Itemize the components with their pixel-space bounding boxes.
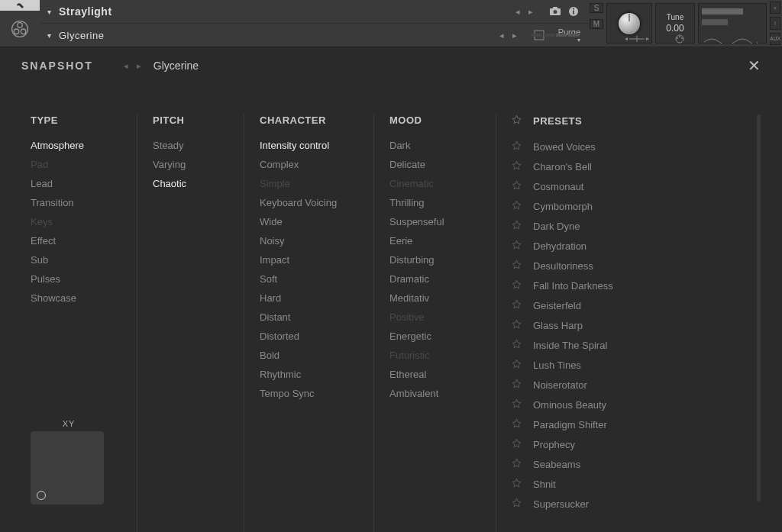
xy-pad[interactable] (31, 431, 104, 505)
preset-row[interactable]: Bowed Voices (512, 140, 711, 153)
character-item[interactable]: Complex (260, 159, 351, 170)
preset-row[interactable]: Cymbomorph (512, 200, 711, 212)
preset-row[interactable]: Lush Tines (512, 359, 711, 371)
mood-item[interactable]: Futuristic (389, 350, 473, 361)
midi-icon[interactable] (660, 34, 700, 44)
character-item[interactable]: Tempo Sync (260, 388, 351, 399)
type-item[interactable]: Lead (31, 178, 114, 189)
alert-button[interactable]: ! (770, 17, 780, 29)
star-icon[interactable] (512, 418, 533, 430)
character-item[interactable]: Bold (260, 350, 351, 361)
mood-item[interactable]: Dark (389, 140, 473, 151)
star-icon[interactable] (512, 240, 533, 252)
character-item[interactable]: Distorted (260, 330, 351, 342)
mood-item[interactable]: Meditativ (389, 292, 473, 304)
character-item[interactable]: Impact (260, 254, 351, 266)
snapshot-nav-arrows[interactable]: ◂ ▸ (124, 61, 144, 71)
wrench-icon[interactable] (0, 0, 40, 11)
preset-row[interactable]: Cosmonaut (512, 180, 711, 192)
type-item[interactable]: Pulses (31, 273, 114, 285)
preset-row[interactable]: Seabeams (512, 458, 711, 470)
character-item[interactable]: Keyboard Voicing (260, 197, 351, 208)
mood-item[interactable]: Positive (389, 311, 473, 323)
star-icon[interactable] (512, 398, 533, 411)
star-icon[interactable] (512, 180, 533, 192)
star-icon[interactable] (512, 458, 533, 470)
star-icon[interactable] (512, 299, 533, 311)
star-icon[interactable] (512, 160, 533, 172)
star-icon[interactable] (512, 260, 533, 272)
mood-item[interactable]: Dramatic (389, 273, 473, 285)
nav-arrows[interactable]: ◂ ▸ (515, 7, 536, 17)
mood-item[interactable]: Delicate (389, 159, 473, 170)
star-icon[interactable] (512, 379, 533, 391)
mood-item[interactable]: Energetic (389, 330, 473, 342)
type-item[interactable]: Keys (31, 216, 114, 227)
pitch-item[interactable]: Chaotic (153, 178, 221, 189)
preset-row[interactable]: Charon's Bell (512, 160, 711, 172)
mood-item[interactable]: Suspenseful (389, 216, 473, 227)
character-item[interactable]: Distant (260, 311, 351, 323)
star-icon[interactable] (512, 319, 533, 331)
solo-button[interactable]: S (590, 3, 603, 13)
preset-row[interactable]: Desultoriness (512, 260, 711, 272)
xy-cursor[interactable] (37, 491, 46, 500)
character-item[interactable]: Hard (260, 292, 351, 304)
star-icon[interactable] (512, 359, 533, 371)
preset-row[interactable]: Glass Harp (512, 319, 711, 331)
camera-icon[interactable] (548, 5, 562, 18)
pitch-item[interactable]: Varying (153, 159, 221, 170)
type-item[interactable]: Atmosphere (31, 140, 114, 151)
star-icon[interactable] (512, 478, 533, 490)
character-item[interactable]: Soft (260, 273, 351, 285)
preset-row[interactable]: Dehydration (512, 240, 711, 252)
xy-pad-section: XY (31, 419, 107, 505)
preset-row[interactable]: Paradigm Shifter (512, 418, 711, 430)
info-icon[interactable] (567, 5, 580, 18)
star-icon[interactable] (512, 339, 533, 351)
chevron-down-icon[interactable]: ▾ (47, 8, 51, 16)
star-icon[interactable] (512, 200, 533, 212)
mood-item[interactable]: Ambivalent (389, 388, 473, 399)
snapshot-bar: SNAPSHOT ◂ ▸ Glycerine ✕ (0, 47, 782, 84)
star-icon[interactable] (512, 438, 533, 450)
preset-row[interactable]: Inside The Spiral (512, 339, 711, 351)
type-item[interactable]: Effect (31, 235, 114, 247)
aux-button[interactable]: AUX (770, 33, 780, 45)
star-icon[interactable] (512, 279, 533, 292)
preset-row[interactable]: Ominous Beauty (512, 398, 711, 411)
mood-item[interactable]: Disturbing (389, 254, 473, 266)
type-item[interactable]: Showcase (31, 292, 114, 304)
preset-name: Desultoriness (533, 260, 593, 272)
mood-item[interactable]: Thrilling (389, 197, 473, 208)
type-item[interactable]: Pad (31, 159, 114, 170)
favorite-header-icon[interactable] (512, 114, 533, 127)
mood-item[interactable]: Eerie (389, 235, 473, 247)
character-item[interactable]: Rhythmic (260, 369, 351, 380)
type-item[interactable]: Sub (31, 254, 114, 266)
mood-item[interactable]: Ethereal (389, 369, 473, 380)
star-icon[interactable] (512, 220, 533, 232)
type-item[interactable]: Transition (31, 197, 114, 208)
preset-row[interactable]: Fall Into Darkness (512, 279, 711, 292)
mute-button[interactable]: M (590, 19, 603, 29)
pan-icon[interactable] (614, 34, 660, 44)
star-icon[interactable] (512, 140, 533, 153)
preset-scrollbar[interactable] (757, 114, 761, 501)
preset-row[interactable]: Noiserotator (512, 379, 711, 391)
preset-row[interactable]: Shnit (512, 478, 711, 490)
character-item[interactable]: Wide (260, 216, 351, 227)
close-button[interactable]: × (770, 2, 780, 14)
close-icon[interactable]: ✕ (748, 56, 761, 75)
character-item[interactable]: Intensity control (260, 140, 351, 151)
character-item[interactable]: Simple (260, 178, 351, 189)
snapshot-current-name[interactable]: Glycerine (153, 60, 199, 72)
mood-item[interactable]: Cinematic (389, 178, 473, 189)
star-icon[interactable] (512, 498, 533, 510)
preset-row[interactable]: Geisterfeld (512, 299, 711, 311)
preset-row[interactable]: Dark Dyne (512, 220, 711, 232)
preset-row[interactable]: Supersucker (512, 498, 711, 510)
character-item[interactable]: Noisy (260, 235, 351, 247)
pitch-item[interactable]: Steady (153, 140, 221, 151)
preset-row[interactable]: Prophecy (512, 438, 711, 450)
